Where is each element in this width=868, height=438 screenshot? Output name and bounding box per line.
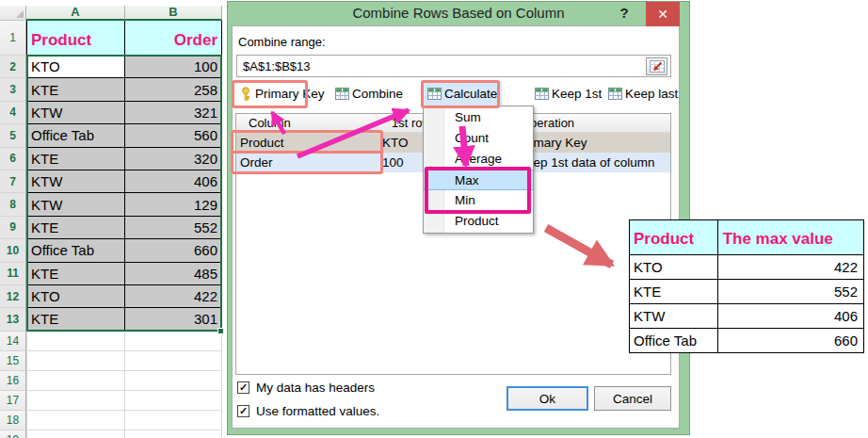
combine-range-input[interactable]: $A$1:$B$13	[236, 55, 671, 77]
cell-b10[interactable]: 660	[125, 239, 222, 262]
cell-b18[interactable]	[125, 411, 222, 430]
cell-a5[interactable]: Office Tab	[26, 124, 125, 147]
select-all-corner[interactable]	[0, 6, 26, 21]
cell-b1[interactable]: Order	[125, 21, 222, 56]
cell-b9[interactable]: 552	[125, 217, 222, 239]
cell-a2-active[interactable]: KTO	[26, 56, 125, 78]
screenshot-root: A B 1 Product Order 2 KTO 100 3 KTE 258 …	[0, 0, 868, 438]
cell-a15[interactable]	[26, 351, 125, 371]
cell-a10[interactable]: Office Tab	[26, 239, 125, 262]
sheet-row-6: 6 KTE 320	[0, 148, 222, 170]
result-cell-product: KTW	[630, 304, 718, 329]
cell-b15[interactable]	[125, 351, 222, 371]
menu-item-min[interactable]: Min	[424, 190, 533, 211]
cell-a8[interactable]: KTW	[26, 193, 125, 216]
sheet-row-11: 11 KTE 485	[0, 263, 222, 285]
row-number[interactable]: 10	[0, 239, 26, 262]
sheet-row-10: 10 Office Tab 660	[0, 239, 222, 262]
cell-b5[interactable]: 560	[125, 124, 222, 147]
row-number[interactable]: 4	[0, 102, 26, 124]
row-number[interactable]: 6	[0, 148, 26, 170]
primary-key-button[interactable]: Primary Key	[239, 83, 325, 104]
sheet-row-4: 4 KTW 321	[0, 102, 222, 124]
cell-b11[interactable]: 485	[125, 263, 222, 285]
row-number[interactable]: 7	[0, 170, 26, 193]
calculate-button[interactable]: Calculate	[423, 81, 502, 106]
row-number[interactable]: 9	[0, 217, 26, 239]
menu-item-average[interactable]: Average	[424, 149, 533, 170]
cell-a14[interactable]	[26, 332, 125, 351]
cancel-button[interactable]: Cancel	[594, 386, 671, 411]
cell-b4[interactable]: 321	[125, 102, 222, 124]
row-number[interactable]: 8	[0, 193, 26, 216]
row-number[interactable]: 18	[0, 411, 26, 430]
column-headers: A B	[0, 6, 222, 21]
close-icon: ✕	[657, 7, 668, 22]
result-row: KTW 406	[630, 304, 864, 329]
cell-a7[interactable]: KTW	[26, 170, 125, 193]
cell-b2[interactable]: 100	[125, 56, 222, 78]
row-number[interactable]: 12	[0, 285, 26, 308]
cell-a1[interactable]: Product	[26, 21, 125, 56]
use-formatted-values-checkbox[interactable]: ✓ Use formatted values.	[237, 404, 379, 418]
fill-handle[interactable]	[217, 328, 224, 334]
menu-item-sum[interactable]: Sum	[424, 107, 533, 128]
row-number[interactable]: 11	[0, 263, 26, 285]
cell-b17[interactable]	[125, 391, 222, 411]
cell-a6[interactable]: KTE	[26, 148, 125, 170]
keep-last-button[interactable]: Keep last	[608, 83, 678, 104]
range-selector-button[interactable]	[646, 57, 667, 75]
cell-a4[interactable]: KTW	[26, 102, 125, 124]
close-button[interactable]: ✕	[646, 2, 680, 26]
row-number[interactable]: 17	[0, 391, 26, 411]
sheet-grid: 1 Product Order 2 KTO 100 3 KTE 258 4 KT…	[0, 21, 222, 438]
column-list-header-operation[interactable]: Operation	[514, 114, 670, 132]
row-number[interactable]: 14	[0, 332, 26, 351]
result-cell-value: 552	[718, 280, 864, 304]
row-number[interactable]: 13	[0, 308, 26, 331]
menu-item-product[interactable]: Product	[424, 211, 533, 232]
cell-a9[interactable]: KTE	[26, 217, 125, 239]
row-number[interactable]: 2	[0, 56, 26, 78]
cell-b7[interactable]: 406	[125, 170, 222, 193]
ok-button[interactable]: Ok	[506, 386, 588, 411]
cell-b16[interactable]	[125, 371, 222, 391]
cell-b12[interactable]: 422	[125, 285, 222, 308]
cell-a16[interactable]	[26, 371, 125, 391]
menu-item-count[interactable]: Count	[424, 128, 533, 149]
cell-b19[interactable]	[125, 430, 222, 438]
cell-a13[interactable]: KTE	[26, 308, 125, 331]
keep-1st-button[interactable]: Keep 1st	[535, 83, 602, 104]
row-number[interactable]: 16	[0, 371, 26, 391]
cell-a3[interactable]: KTE	[26, 78, 125, 101]
combine-range-value: $A$1:$B$13	[243, 59, 311, 73]
column-header-a[interactable]: A	[26, 6, 125, 21]
cell-a11[interactable]: KTE	[26, 263, 125, 285]
cell-b3[interactable]: 258	[125, 78, 222, 101]
sheet-row-9: 9 KTE 552	[0, 217, 222, 239]
cell-a19[interactable]	[26, 430, 125, 438]
cell-b8[interactable]: 129	[125, 193, 222, 216]
column-list-header-column[interactable]: Column	[236, 114, 378, 132]
my-data-has-headers-checkbox[interactable]: ✓ My data has headers	[237, 381, 375, 395]
calculate-dropdown-menu: Sum Count Average Max Min Product	[423, 105, 534, 234]
cell-a12[interactable]: KTO	[26, 285, 125, 308]
combine-button[interactable]: Combine	[335, 83, 403, 104]
menu-item-max[interactable]: Max	[424, 170, 533, 190]
result-row: KTE 552	[630, 280, 864, 304]
calculate-label: Calculate	[444, 87, 497, 101]
cell-b14[interactable]	[125, 332, 222, 351]
row-number[interactable]: 15	[0, 351, 26, 371]
list-cell-operation: Keep 1st data of column	[514, 155, 670, 170]
row-number[interactable]: 3	[0, 78, 26, 101]
column-header-b[interactable]: B	[125, 6, 222, 21]
row-number[interactable]: 1	[0, 21, 26, 56]
sheet-row-5: 5 Office Tab 560	[0, 124, 222, 147]
help-button[interactable]: ?	[615, 5, 634, 21]
cell-b13[interactable]: 301	[125, 308, 222, 331]
cell-a18[interactable]	[26, 411, 125, 430]
row-number[interactable]: 5	[0, 124, 26, 147]
row-number[interactable]: 19	[0, 430, 26, 438]
cell-b6[interactable]: 320	[125, 148, 222, 170]
cell-a17[interactable]	[26, 391, 125, 411]
